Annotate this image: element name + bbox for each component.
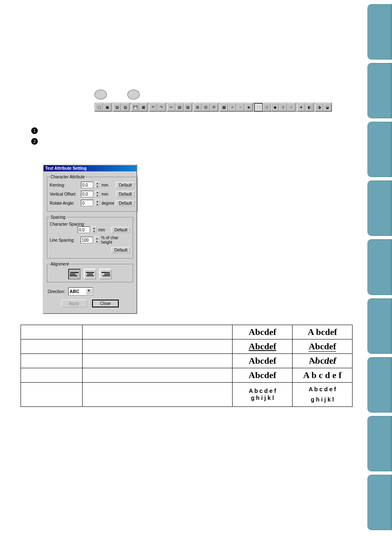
bullet-1: 1 <box>31 127 38 134</box>
tool-c-icon[interactable]: ▫ <box>236 103 244 111</box>
direction-select[interactable]: ABC ▼ <box>68 287 93 295</box>
kerning-unit: mm <box>101 183 108 187</box>
line-spacing-input[interactable] <box>81 237 93 243</box>
alignment-group: Alignment <box>47 262 133 282</box>
alignment-legend: Alignment <box>50 262 69 266</box>
direction-label: Direction: <box>48 289 65 294</box>
side-tabs <box>367 4 392 530</box>
voffset-up-icon[interactable]: ▲ <box>95 191 100 194</box>
spacing-legend: Spacing <box>50 215 66 219</box>
misc-b-icon[interactable]: ◐ <box>305 103 314 111</box>
side-tab-1[interactable] <box>367 4 392 60</box>
paste-icon[interactable]: ▨ <box>184 103 192 111</box>
rotate-angle-label: Rotate Angle: <box>50 201 79 205</box>
lspacing-up-icon[interactable]: ▲ <box>95 237 99 240</box>
sample-kerning-before: Abcdef <box>249 327 276 337</box>
misc-d-icon[interactable]: ◒ <box>323 103 332 111</box>
chevron-down-icon: ▼ <box>86 289 92 294</box>
align-center-button[interactable] <box>84 269 96 279</box>
refresh-icon[interactable]: ⟳ <box>210 103 218 111</box>
character-attribute-legend: Character Attribute <box>50 175 85 179</box>
undo-icon[interactable]: ↶ <box>149 103 157 111</box>
text-d-icon[interactable]: ◊ <box>279 103 287 111</box>
character-spacing-default-button[interactable]: Default <box>111 227 130 233</box>
text-c-icon[interactable]: ◆ <box>271 103 279 111</box>
side-tab-4[interactable] <box>367 180 392 236</box>
toolbar-area: ▢ ▣ ▤ ▥ 💾 ▦ ↶ ↷ ✂ ▧ ▨ ⊞ ⊟ ⟳ ▩ ▪ ▫ ◈ ⬚ ◇ … <box>95 90 332 112</box>
toolbar: ▢ ▣ ▤ ▥ 💾 ▦ ↶ ↷ ✂ ▧ ▨ ⊞ ⊟ ⟳ ▩ ▪ ▫ ◈ ⬚ ◇ … <box>95 103 332 112</box>
apply-button[interactable]: Apply <box>61 300 87 307</box>
side-tab-8[interactable] <box>367 416 392 471</box>
vertical-offset-label: Vertical Offset: <box>50 192 79 196</box>
open-icon[interactable]: ▣ <box>103 103 111 111</box>
voffset-down-icon[interactable]: ▼ <box>95 194 100 197</box>
text-attribute-dialog: Text Attribute Setting Character Attribu… <box>43 164 137 314</box>
sample-rotate-after: Abcdef <box>309 355 336 366</box>
character-spacing-label: Character Spacing: <box>50 222 130 226</box>
cspacing-up-icon[interactable]: ▲ <box>92 226 97 230</box>
lspacing-down-icon[interactable]: ▼ <box>95 240 99 243</box>
side-tab-2[interactable] <box>367 63 392 118</box>
kerning-input[interactable] <box>81 182 93 188</box>
rotate-angle-default-button[interactable]: Default <box>116 200 135 206</box>
cut-icon[interactable]: ✂ <box>167 103 175 111</box>
saveas-icon[interactable]: ▦ <box>139 103 148 111</box>
zoom1-icon[interactable]: ⊞ <box>194 103 202 111</box>
callout-circle-1 <box>95 90 107 99</box>
callout-circle-2 <box>127 90 140 99</box>
table-row: Abcdef A b c d e f <box>21 368 353 383</box>
sample-rotate-before: Abcdef <box>249 355 276 366</box>
sample-kerning-after: A bcdef <box>308 327 337 337</box>
import-icon[interactable]: ▤ <box>113 103 121 111</box>
misc-a-icon[interactable]: ● <box>297 103 305 111</box>
align-left-button[interactable] <box>68 269 81 279</box>
direction-value: ABC <box>69 289 79 294</box>
line-spacing-default-button[interactable]: Default <box>111 247 130 253</box>
side-tab-9[interactable] <box>367 475 392 530</box>
sample-charspacing-after: A b c d e f <box>303 370 342 380</box>
align-right-button[interactable] <box>99 269 112 279</box>
close-button[interactable]: Close <box>92 300 119 307</box>
spacing-group: Spacing Character Spacing: ▲▼ mm Default… <box>47 215 133 259</box>
side-tab-3[interactable] <box>367 122 392 177</box>
export-icon[interactable]: ▥ <box>121 103 129 111</box>
text-b-icon[interactable]: ◇ <box>263 103 271 111</box>
character-spacing-input[interactable] <box>78 226 90 233</box>
table-row: Abcdef A bcdef <box>21 325 353 339</box>
copy-icon[interactable]: ▧ <box>175 103 184 111</box>
misc-c-icon[interactable]: ◑ <box>315 103 323 111</box>
kerning-default-button[interactable]: Default <box>116 182 135 188</box>
vertical-offset-default-button[interactable]: Default <box>116 191 135 197</box>
cspacing-down-icon[interactable]: ▼ <box>92 230 97 233</box>
sample-linespacing-after: A b c d e f g h i j k l <box>294 384 350 405</box>
kerning-down-icon[interactable]: ▼ <box>95 185 100 188</box>
tool-b-icon[interactable]: ▪ <box>228 103 236 111</box>
rotate-down-icon[interactable]: ▼ <box>95 203 100 206</box>
tool-d-icon[interactable]: ◈ <box>244 103 253 111</box>
side-tab-5[interactable] <box>367 239 392 295</box>
sample-voffset-after: Abcdef <box>309 341 336 352</box>
bullets: 1 2 <box>31 127 38 149</box>
character-spacing-unit: mm <box>98 228 105 232</box>
table-row: Abcdef Abcdef <box>21 354 353 368</box>
table-row: Abcdef Abcdef <box>21 339 353 354</box>
bullet-2: 2 <box>31 138 38 145</box>
rotate-angle-input[interactable] <box>81 200 93 206</box>
new-icon[interactable]: ▢ <box>95 103 103 111</box>
side-tab-7[interactable] <box>367 357 392 413</box>
line-spacing-label: Line Spacing: <box>50 238 79 242</box>
character-attribute-group: Character Attribute Kerning: ▲▼ mm Defau… <box>47 175 138 212</box>
redo-icon[interactable]: ↷ <box>157 103 166 111</box>
attributes-table: Abcdef A bcdef Abcdef Abcdef Abcdef Abcd… <box>21 325 353 407</box>
zoom2-icon[interactable]: ⊟ <box>202 103 210 111</box>
sample-voffset-before: Abcdef <box>249 341 276 351</box>
side-tab-6[interactable] <box>367 298 392 354</box>
save-icon[interactable]: 💾 <box>131 103 139 111</box>
rotate-up-icon[interactable]: ▲ <box>95 200 100 203</box>
text-e-icon[interactable]: ○ <box>287 103 295 111</box>
vertical-offset-input[interactable] <box>81 191 93 197</box>
sample-linespacing-before: A b c d e f g h i j k l <box>234 388 291 402</box>
kerning-up-icon[interactable]: ▲ <box>95 182 100 185</box>
tool-a-icon[interactable]: ▩ <box>220 103 228 111</box>
text-attr-icon[interactable]: ⬚ <box>254 103 263 111</box>
